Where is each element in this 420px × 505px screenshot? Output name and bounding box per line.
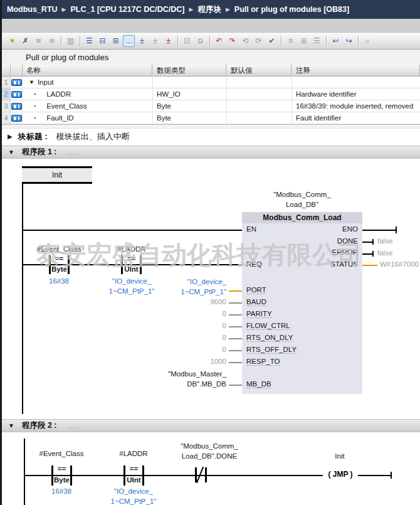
collapse-all-icon[interactable]: ≡	[285, 35, 297, 47]
compare-value[interactable]: 16#38	[28, 277, 90, 285]
rts-off-dly-value[interactable]: 0	[140, 346, 226, 353]
column-header-comment[interactable]: 注释	[291, 65, 420, 77]
nc-contact-operand[interactable]: "Modbus_Comm_	[165, 442, 253, 450]
port-value[interactable]: "IO_device_	[140, 278, 226, 285]
collapse-arrow-icon[interactable]: ▼	[8, 422, 14, 429]
instance-db-name[interactable]: Load_DB"	[242, 201, 362, 208]
expander-icon[interactable]: ▼	[29, 79, 34, 85]
nc-contact-operand[interactable]: Load_DB".DONE	[165, 452, 253, 460]
table-row-input[interactable]: 1 ▼Input	[2, 77, 420, 88]
resp-to-value[interactable]: 1000	[140, 358, 226, 365]
collapse-arrow-icon[interactable]: ▼	[8, 149, 14, 156]
comparator-type[interactable]: UInt	[121, 265, 142, 273]
favorites-pane-icon[interactable]: ⊡	[181, 35, 193, 47]
network2-header[interactable]: ▼ 程序段 2 : .....	[2, 419, 420, 432]
var-type[interactable]	[152, 77, 226, 88]
breadcrumb-program-blocks[interactable]: 程序块	[197, 4, 221, 15]
comparator-op[interactable]: ==	[51, 465, 72, 472]
show-hide-address-icon[interactable]: ±	[162, 35, 174, 47]
var-type[interactable]: Byte	[152, 112, 226, 124]
table-row-event-class[interactable]: 3 ▪Event_Class Byte 16#38/39: module ins…	[2, 100, 420, 112]
error-value[interactable]: false	[377, 249, 392, 257]
comparator-op[interactable]: ==	[49, 255, 70, 262]
var-name[interactable]: Fault_ID	[39, 114, 73, 122]
block-title-text[interactable]: 模块拔出、插入中断	[56, 131, 130, 142]
breadcrumb-current-block[interactable]: Pull or plug of modules [OB83]	[234, 5, 349, 14]
go-forward-jump-icon[interactable]: ↪	[343, 35, 355, 47]
mb-db-value[interactable]: DB".MB_DB	[140, 380, 226, 388]
pin-port[interactable]: PORT	[246, 286, 266, 294]
previous-error-icon[interactable]: ↶	[213, 35, 225, 47]
close-all-networks-icon[interactable]: ⊞	[110, 35, 122, 47]
go-back-jump-icon[interactable]: ↩	[330, 35, 342, 47]
var-type[interactable]: Byte	[152, 100, 226, 112]
compare-value[interactable]: 1~CM_PtP_1"	[96, 497, 171, 505]
breadcrumb-project[interactable]: Modbus_RTU	[7, 5, 58, 14]
add-to-favorites-icon[interactable]: ✩	[194, 35, 206, 47]
pin-status[interactable]: STATUS	[330, 260, 358, 268]
pin-error[interactable]: ERROR	[332, 248, 358, 256]
compare-value[interactable]: 16#38	[30, 487, 93, 495]
breadcrumb-plc[interactable]: PLC_1 [CPU 1217C DC/DC/DC]	[70, 5, 184, 14]
var-comment[interactable]: 16#38/39: module inserted, removed	[291, 100, 420, 112]
block-title-row[interactable]: ▶ 块标题 : 模块拔出、插入中断	[2, 129, 420, 144]
column-header-name[interactable]: 名称	[23, 65, 152, 77]
toggle-comments-icon[interactable]: …	[123, 35, 135, 47]
parity-value[interactable]: 0	[140, 310, 226, 317]
var-type[interactable]: HW_IO	[152, 88, 226, 100]
consistency-check-icon[interactable]: ✔	[266, 35, 278, 47]
contact-operand[interactable]: #LADDR	[102, 450, 165, 457]
contact-operand[interactable]: #LADDR	[94, 245, 169, 253]
open-all-networks-icon[interactable]: ⊟	[97, 35, 108, 47]
port-value[interactable]: 1~CM_PtP_1"	[140, 288, 226, 295]
network2-comment-dots[interactable]: .....	[68, 422, 80, 430]
comparator-type[interactable]: Byte	[49, 265, 70, 273]
comparator-type[interactable]: UInt	[123, 476, 144, 484]
pin-flow-ctrl[interactable]: FLOW_CTRL	[246, 322, 290, 330]
next-error-icon[interactable]: ↷	[226, 35, 238, 47]
pin-rts-off-dly[interactable]: RTS_OFF_DLY	[246, 346, 297, 354]
pin-rts-on-dly[interactable]: RTS_ON_DLY	[246, 334, 293, 342]
absolute-operands-icon[interactable]: ☰	[83, 35, 95, 47]
contact-operand[interactable]: #Event_Class	[30, 450, 93, 457]
jump-coil[interactable]: ( JMP )	[323, 470, 358, 479]
insert-branch-icon[interactable]: ≋	[46, 35, 58, 47]
insert-empty-box-icon[interactable]: ≋	[33, 35, 45, 47]
pin-parity[interactable]: PARITY	[246, 310, 272, 318]
baud-value[interactable]: 9600	[140, 298, 226, 306]
flow-ctrl-value[interactable]: 0	[140, 322, 226, 329]
mb-db-value[interactable]: "Modbus_Master_	[140, 370, 226, 378]
update-block-call-icon[interactable]: ⟲	[239, 35, 251, 47]
insert-network-icon[interactable]: ✶	[6, 35, 18, 47]
synchronize-icon[interactable]: ⟳	[253, 35, 265, 47]
pin-req[interactable]: REQ	[246, 260, 262, 268]
delete-network-icon[interactable]: ✗	[19, 35, 31, 47]
column-header-default[interactable]: 默认值	[226, 65, 291, 77]
pin-en[interactable]: EN	[246, 225, 256, 233]
contact-operand[interactable]: #Event_Class	[21, 245, 97, 253]
var-name[interactable]: Input	[38, 78, 54, 86]
var-comment[interactable]: Fault identifier	[291, 112, 420, 124]
jump-label-box[interactable]: Init	[22, 166, 92, 184]
var-comment[interactable]: Hardware identifier	[291, 88, 420, 100]
comparator-op[interactable]: ==	[121, 255, 142, 262]
collapse-arrow-icon[interactable]: ▶	[8, 133, 13, 140]
find-replace-icon[interactable]: ⌕	[362, 35, 374, 47]
var-default[interactable]	[226, 77, 291, 88]
expand-all-icon[interactable]: ≣	[298, 35, 310, 47]
var-name[interactable]: LADDR	[39, 90, 71, 98]
column-header-datatype[interactable]: 数据类型	[152, 65, 226, 77]
clear-setpoints-icon[interactable]: ☴	[311, 35, 323, 47]
pin-resp-to[interactable]: RESP_TO	[246, 358, 280, 366]
compare-value[interactable]: "IO_device_	[96, 487, 171, 495]
var-default[interactable]	[226, 112, 291, 124]
var-name[interactable]: Event_Class	[39, 102, 87, 110]
comparator-type[interactable]: Byte	[51, 476, 72, 484]
show-hide-symbol-info-icon[interactable]: ±	[136, 35, 148, 47]
pin-baud[interactable]: BAUD	[246, 298, 266, 306]
network1-header[interactable]: ▼ 程序段 1 : .....	[2, 146, 420, 159]
pin-done[interactable]: DONE	[337, 237, 358, 245]
keep-actual-values-icon[interactable]: ▥	[65, 35, 76, 47]
pin-mb-db[interactable]: MB_DB	[246, 380, 271, 388]
jump-coil-target[interactable]: Init	[315, 452, 365, 460]
